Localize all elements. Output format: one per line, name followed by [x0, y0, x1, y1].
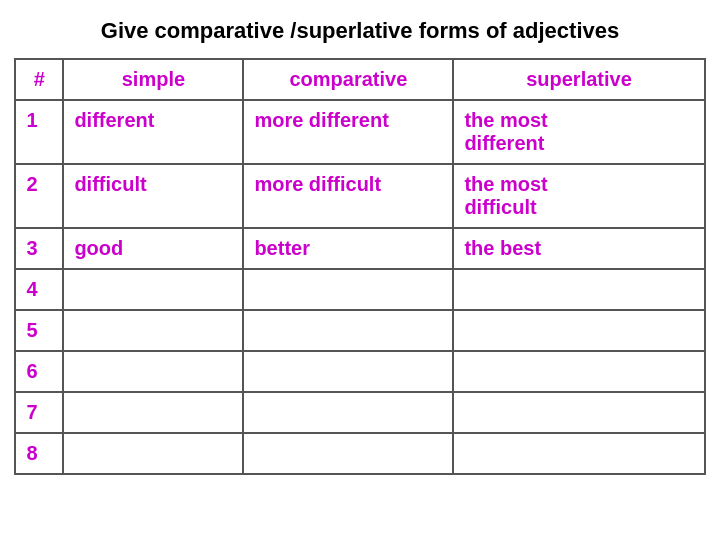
cell-num: 8 — [15, 433, 63, 474]
table-row: 8 — [15, 433, 704, 474]
cell-superlative — [453, 310, 704, 351]
cell-simple — [63, 310, 243, 351]
cell-num: 6 — [15, 351, 63, 392]
cell-simple: difficult — [63, 164, 243, 228]
header-comparative: comparative — [243, 59, 453, 100]
cell-simple — [63, 269, 243, 310]
cell-num: 3 — [15, 228, 63, 269]
table-row: 3goodbetterthe best — [15, 228, 704, 269]
cell-comparative: better — [243, 228, 453, 269]
cell-simple: different — [63, 100, 243, 164]
header-num: # — [15, 59, 63, 100]
cell-comparative — [243, 392, 453, 433]
cell-superlative — [453, 392, 704, 433]
cell-num: 5 — [15, 310, 63, 351]
cell-num: 7 — [15, 392, 63, 433]
adjectives-table: # simple comparative superlative 1differ… — [14, 58, 705, 475]
header-superlative: superlative — [453, 59, 704, 100]
cell-superlative — [453, 433, 704, 474]
cell-comparative — [243, 269, 453, 310]
table-row: 2difficultmore difficultthe mostdifficul… — [15, 164, 704, 228]
cell-comparative — [243, 433, 453, 474]
table-row: 5 — [15, 310, 704, 351]
cell-simple — [63, 433, 243, 474]
table-row: 6 — [15, 351, 704, 392]
cell-simple: good — [63, 228, 243, 269]
cell-comparative: more difficult — [243, 164, 453, 228]
cell-num: 4 — [15, 269, 63, 310]
cell-simple — [63, 392, 243, 433]
page-title: Give comparative /superlative forms of a… — [0, 0, 720, 58]
cell-superlative: the mostdifferent — [453, 100, 704, 164]
cell-superlative — [453, 269, 704, 310]
cell-superlative — [453, 351, 704, 392]
cell-superlative: the best — [453, 228, 704, 269]
cell-num: 2 — [15, 164, 63, 228]
table-row: 1differentmore differentthe mostdifferen… — [15, 100, 704, 164]
header-simple: simple — [63, 59, 243, 100]
cell-superlative: the mostdifficult — [453, 164, 704, 228]
cell-simple — [63, 351, 243, 392]
table-header-row: # simple comparative superlative — [15, 59, 704, 100]
cell-num: 1 — [15, 100, 63, 164]
cell-comparative: more different — [243, 100, 453, 164]
cell-comparative — [243, 310, 453, 351]
table-row: 4 — [15, 269, 704, 310]
table-row: 7 — [15, 392, 704, 433]
cell-comparative — [243, 351, 453, 392]
